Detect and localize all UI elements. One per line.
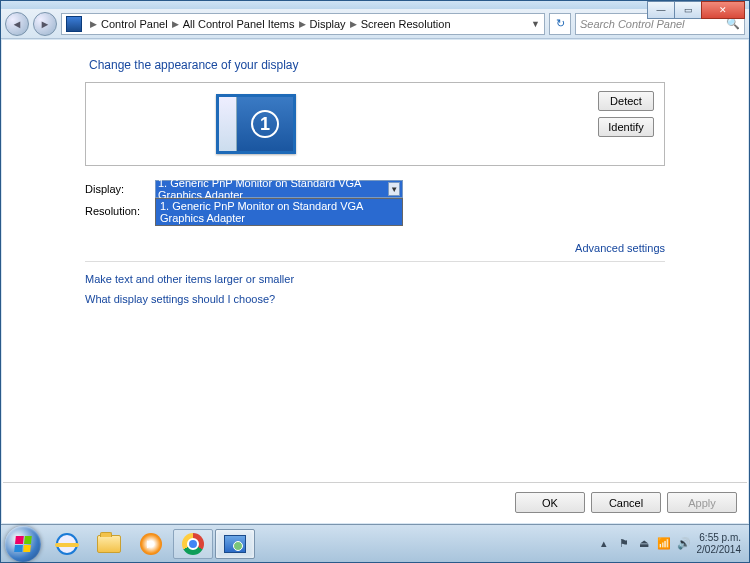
taskbar-media-player[interactable]: ▶ bbox=[131, 529, 171, 559]
identify-button[interactable]: Identify bbox=[598, 117, 654, 137]
detect-button[interactable]: Detect bbox=[598, 91, 654, 111]
maximize-button[interactable]: ▭ bbox=[674, 1, 702, 19]
chevron-right-icon[interactable]: ▶ bbox=[90, 19, 97, 29]
content-area: Change the appearance of your display 1 … bbox=[2, 40, 748, 523]
start-button[interactable] bbox=[5, 526, 41, 562]
taskbar[interactable]: ▶ ▴ ⚑ ⏏ 📶 🔊 6:55 p.m. 2/02/2014 bbox=[1, 524, 749, 562]
address-bar: ◄ ► ▶ Control Panel ▶ All Control Panel … bbox=[1, 9, 749, 39]
refresh-button[interactable]: ↻ bbox=[549, 13, 571, 35]
taskbar-ie[interactable] bbox=[47, 529, 87, 559]
taskbar-explorer[interactable] bbox=[89, 529, 129, 559]
show-hidden-icons[interactable]: ▴ bbox=[597, 537, 611, 551]
page-title: Change the appearance of your display bbox=[89, 58, 665, 72]
chevron-right-icon[interactable]: ▶ bbox=[299, 19, 306, 29]
display-dropdown[interactable]: 1. Generic PnP Monitor on Standard VGA G… bbox=[155, 180, 403, 198]
monitor-number: 1 bbox=[251, 110, 279, 138]
chevron-down-icon[interactable]: ▼ bbox=[531, 19, 540, 29]
clock-time: 6:55 p.m. bbox=[697, 532, 742, 544]
monitor-preview-area[interactable]: 1 Detect Identify bbox=[85, 82, 665, 166]
chevron-right-icon[interactable]: ▶ bbox=[350, 19, 357, 29]
which-settings-link[interactable]: What display settings should I choose? bbox=[85, 293, 275, 305]
resolution-label: Resolution: bbox=[85, 205, 155, 217]
clock-date: 2/02/2014 bbox=[697, 544, 742, 556]
display-dropdown-list[interactable]: 1. Generic PnP Monitor on Standard VGA G… bbox=[155, 198, 403, 226]
back-button[interactable]: ◄ bbox=[5, 12, 29, 36]
control-panel-icon bbox=[224, 535, 246, 553]
apply-button: Apply bbox=[667, 492, 737, 513]
breadcrumb-root[interactable]: Control Panel bbox=[101, 18, 168, 30]
network-icon[interactable]: 📶 bbox=[657, 537, 671, 551]
display-icon bbox=[66, 16, 82, 32]
media-player-icon: ▶ bbox=[140, 533, 162, 555]
titlebar: — ▭ ✕ bbox=[1, 1, 749, 9]
close-button[interactable]: ✕ bbox=[701, 1, 745, 19]
breadcrumb-display[interactable]: Display bbox=[310, 18, 346, 30]
minimize-button[interactable]: — bbox=[647, 1, 675, 19]
safely-remove-icon[interactable]: ⏏ bbox=[637, 537, 651, 551]
display-option-1[interactable]: 1. Generic PnP Monitor on Standard VGA G… bbox=[156, 199, 402, 225]
ok-button[interactable]: OK bbox=[515, 492, 585, 513]
taskbar-chrome[interactable] bbox=[173, 529, 213, 559]
monitor-1[interactable]: 1 bbox=[216, 94, 296, 154]
dialog-button-row: OK Cancel Apply bbox=[3, 482, 747, 522]
system-tray[interactable]: ▴ ⚑ ⏏ 📶 🔊 6:55 p.m. 2/02/2014 bbox=[597, 532, 746, 556]
forward-button[interactable]: ► bbox=[33, 12, 57, 36]
clock[interactable]: 6:55 p.m. 2/02/2014 bbox=[697, 532, 742, 556]
advanced-settings-link[interactable]: Advanced settings bbox=[575, 242, 665, 254]
folder-icon bbox=[97, 535, 121, 553]
taskbar-control-panel[interactable] bbox=[215, 529, 255, 559]
breadcrumb[interactable]: ▶ Control Panel ▶ All Control Panel Item… bbox=[61, 13, 545, 35]
breadcrumb-all-items[interactable]: All Control Panel Items bbox=[183, 18, 295, 30]
chevron-down-icon[interactable]: ▼ bbox=[388, 182, 400, 196]
search-placeholder: Search Control Panel bbox=[580, 18, 685, 30]
make-text-larger-link[interactable]: Make text and other items larger or smal… bbox=[85, 273, 294, 285]
windows-logo-icon bbox=[14, 536, 32, 552]
monitor-thumbnail-icon bbox=[219, 97, 237, 151]
control-panel-window: — ▭ ✕ ◄ ► ▶ Control Panel ▶ All Control … bbox=[0, 0, 750, 563]
cancel-button[interactable]: Cancel bbox=[591, 492, 661, 513]
action-center-icon[interactable]: ⚑ bbox=[617, 537, 631, 551]
breadcrumb-screen-resolution[interactable]: Screen Resolution bbox=[361, 18, 451, 30]
ie-icon bbox=[56, 533, 78, 555]
divider bbox=[85, 261, 665, 262]
display-label: Display: bbox=[85, 183, 155, 195]
chrome-icon bbox=[182, 533, 204, 555]
chevron-right-icon[interactable]: ▶ bbox=[172, 19, 179, 29]
volume-icon[interactable]: 🔊 bbox=[677, 537, 691, 551]
